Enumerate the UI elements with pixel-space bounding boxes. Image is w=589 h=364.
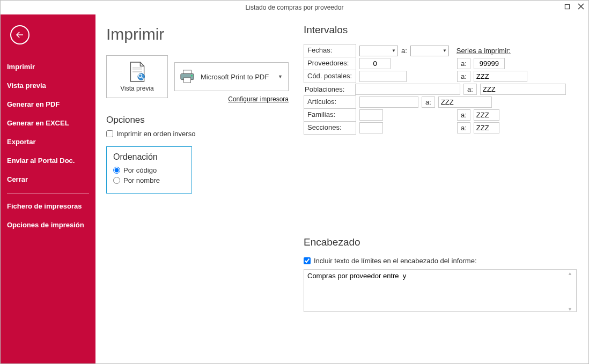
a-label: a: xyxy=(457,71,470,82)
a-label: a: xyxy=(401,47,407,55)
articulos-to-input[interactable] xyxy=(438,96,492,108)
ordenacion-group: Ordenación Por código Por nombre xyxy=(106,146,192,194)
chevron-down-icon: ▼ xyxy=(392,48,396,53)
chevron-down-icon: ▼ xyxy=(278,74,283,79)
svg-rect-0 xyxy=(565,4,569,9)
secciones-from-input[interactable] xyxy=(359,122,383,133)
radio-por-codigo[interactable]: Por código xyxy=(113,166,185,174)
window-title: Listado de compras por proveedor xyxy=(246,4,344,11)
poblaciones-label: Poblaciones: xyxy=(304,84,352,95)
a-label: a: xyxy=(457,58,470,69)
codpostales-from-input[interactable] xyxy=(359,71,407,82)
sidebar-item-imprimir[interactable]: Imprimir xyxy=(1,57,95,76)
sidebar-separator xyxy=(7,193,89,194)
familias-label: Familias: xyxy=(304,108,356,122)
document-preview-icon xyxy=(128,61,147,83)
sidebar-item-vista-previa[interactable]: Vista previa xyxy=(1,76,95,95)
printer-name: Microsoft Print to PDF xyxy=(201,73,273,81)
reverse-order-label: Imprimir en orden inverso xyxy=(116,130,195,138)
page-title: Imprimir xyxy=(106,25,289,43)
radio-por-nombre[interactable]: Por nombre xyxy=(113,176,185,184)
close-icon[interactable] xyxy=(577,2,585,11)
encabezado-textarea[interactable] xyxy=(304,269,577,312)
chevron-down-icon: ▼ xyxy=(443,48,447,53)
intervalos-heading: Intervalos xyxy=(304,24,577,36)
arrow-left-icon xyxy=(15,30,25,40)
familias-from-input[interactable] xyxy=(359,109,383,121)
vista-previa-button[interactable]: Vista previa xyxy=(106,55,168,98)
a-label: a: xyxy=(463,84,477,95)
encabezado-heading: Encabezado xyxy=(304,236,577,248)
configurar-impresora-link[interactable]: Configurar impresora xyxy=(228,95,289,103)
maximize-icon[interactable] xyxy=(563,2,571,11)
reverse-order-input[interactable] xyxy=(106,130,113,137)
incluir-limites-input[interactable] xyxy=(304,257,311,264)
printer-select[interactable]: Microsoft Print to PDF ▼ xyxy=(174,62,289,91)
familias-to-input[interactable] xyxy=(474,109,499,121)
a-label: a: xyxy=(457,122,470,133)
articulos-label: Artículos: xyxy=(304,95,356,109)
proveedores-label: Proveedores: xyxy=(304,57,356,70)
sidebar-item-pdf[interactable]: Generar en PDF xyxy=(1,95,95,114)
radio-por-nombre-label: Por nombre xyxy=(123,176,160,184)
a-label: a: xyxy=(457,109,470,121)
incluir-limites-checkbox[interactable]: Incluir texto de límites en el encabezad… xyxy=(304,257,577,265)
reverse-order-checkbox[interactable]: Imprimir en orden inverso xyxy=(106,130,289,138)
codpostales-to-input[interactable] xyxy=(474,71,527,82)
svg-rect-10 xyxy=(183,70,192,74)
fechas-from-dropdown[interactable]: ▼ xyxy=(359,46,398,56)
articulos-from-input[interactable] xyxy=(359,96,418,108)
secciones-label: Secciones: xyxy=(304,121,356,135)
incluir-limites-label: Incluir texto de límites en el encabezad… xyxy=(314,257,477,265)
radio-por-codigo-label: Por código xyxy=(123,166,157,174)
printer-icon xyxy=(179,69,195,84)
sidebar: Imprimir Vista previa Generar en PDF Gen… xyxy=(1,14,95,363)
poblaciones-from-input[interactable] xyxy=(355,84,460,95)
sidebar-item-cerrar[interactable]: Cerrar xyxy=(1,170,95,189)
back-button[interactable] xyxy=(10,25,30,44)
sidebar-item-exportar[interactable]: Exportar xyxy=(1,132,95,151)
sidebar-item-portal[interactable]: Enviar al Portal Doc. xyxy=(1,151,95,170)
fechas-to-dropdown[interactable]: ▼ xyxy=(410,46,449,56)
svg-point-13 xyxy=(191,75,193,77)
sidebar-item-opciones-imp[interactable]: Opciones de impresión xyxy=(1,216,95,234)
vista-previa-label: Vista previa xyxy=(120,85,153,92)
sidebar-item-fichero[interactable]: Fichero de impresoras xyxy=(1,197,95,216)
series-a-imprimir-link[interactable]: Series a imprimir: xyxy=(457,47,511,55)
fechas-label: Fechas: xyxy=(304,44,356,57)
sidebar-item-excel[interactable]: Generar en EXCEL xyxy=(1,114,95,132)
codpostales-label: Cód. postales: xyxy=(304,70,356,83)
opciones-heading: Opciones xyxy=(106,115,289,125)
poblaciones-to-input[interactable] xyxy=(480,84,566,95)
proveedores-from-input[interactable] xyxy=(359,58,391,69)
title-bar: Listado de compras por proveedor xyxy=(1,1,588,14)
a-label: a: xyxy=(422,96,435,108)
secciones-to-input[interactable] xyxy=(474,122,499,133)
radio-por-codigo-input[interactable] xyxy=(113,167,120,174)
ordenacion-heading: Ordenación xyxy=(113,152,185,162)
radio-por-nombre-input[interactable] xyxy=(113,177,120,184)
proveedores-to-input[interactable] xyxy=(474,58,505,69)
svg-rect-12 xyxy=(183,78,190,83)
